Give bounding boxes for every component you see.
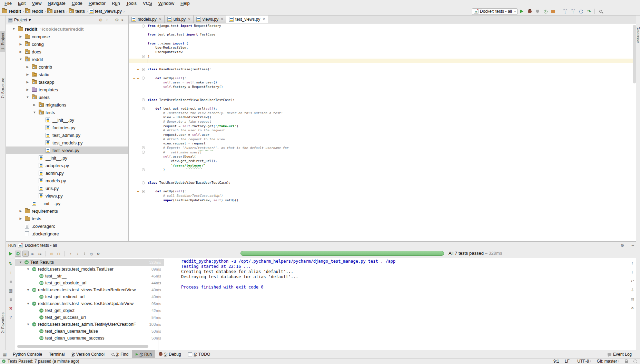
tree-item-test_admin-py[interactable]: test_admin.py: [6, 131, 128, 139]
test-marker-icon[interactable]: ↤: [137, 189, 139, 193]
tree-expanded-arrow[interactable]: ▼: [19, 58, 22, 61]
fold-icon[interactable]: −: [142, 151, 145, 154]
tree-item-migrations[interactable]: ▶migrations: [6, 101, 128, 109]
tree-expanded-arrow[interactable]: ▼: [27, 302, 30, 305]
fold-icon[interactable]: −: [142, 107, 145, 110]
tree-expanded-arrow[interactable]: ▼: [27, 288, 30, 292]
editor-scrollbar[interactable]: [633, 25, 636, 83]
test-node-reddit-users-tests-test_models-testuser[interactable]: ▼OKreddit.users.tests.test_models.TestUs…: [15, 266, 164, 273]
menu-window[interactable]: Window: [155, 0, 177, 7]
running-list-icon[interactable]: [550, 8, 557, 15]
tab-models-py[interactable]: models.py×: [129, 16, 165, 23]
tree-item-views-py[interactable]: views.py: [6, 192, 128, 200]
toolbar-event-log[interactable]: Event Log: [604, 350, 635, 358]
scroll-to-end-icon[interactable]: ⇩: [630, 287, 635, 293]
test-results-tree[interactable]: ▼OKTest Results328ms▼OKreddit.users.test…: [15, 259, 164, 344]
tree-item-users[interactable]: ▼users: [6, 93, 128, 101]
next-failed-icon[interactable]: ↓: [75, 251, 80, 257]
collapse-all-icon[interactable]: ÷: [104, 17, 110, 23]
fold-icon[interactable]: −: [142, 190, 145, 193]
fold-icon[interactable]: −: [142, 181, 145, 184]
expand-all-icon[interactable]: ⊞: [49, 251, 55, 257]
tree-item-test_models-py[interactable]: test_models.py: [6, 139, 128, 146]
stop-icon[interactable]: ■: [8, 279, 13, 284]
close-icon[interactable]: ✖: [8, 306, 13, 311]
tree-collapsed-arrow[interactable]: ▶: [33, 103, 36, 107]
tree-item-factories-py[interactable]: factories.py: [6, 124, 128, 131]
tree-collapsed-arrow[interactable]: ▶: [19, 42, 22, 46]
breadcrumb-item[interactable]: tests: [69, 9, 85, 14]
tree-collapsed-arrow[interactable]: ▶: [19, 50, 22, 53]
vcs-update-icon[interactable]: VCS↓: [561, 8, 569, 15]
collapse-all-icon[interactable]: ⊟: [56, 251, 61, 257]
test-node-test_clean_username_success[interactable]: OKtest_clean_username_success50ms: [15, 335, 164, 342]
tree-item-urls-py[interactable]: urls.py: [6, 184, 128, 192]
debug-icon[interactable]: [526, 8, 533, 15]
tree-collapsed-arrow[interactable]: ▶: [19, 209, 22, 213]
line-ending-selector[interactable]: LF↕: [565, 359, 572, 364]
sort-by-duration-icon[interactable]: ↓≡: [37, 251, 42, 257]
tree-item-__init__-py[interactable]: __init__.py: [6, 200, 128, 207]
vcs-commit-icon[interactable]: VCS↑: [569, 8, 577, 15]
pin-tab-icon[interactable]: ≡: [8, 297, 13, 302]
close-icon[interactable]: ×: [221, 17, 223, 22]
tree-item-contrib[interactable]: ▶contrib: [6, 63, 128, 71]
print-icon[interactable]: ▤: [630, 296, 635, 302]
tree-item-models-py[interactable]: models.py: [6, 177, 128, 184]
toolbar-terminal[interactable]: Terminal: [46, 350, 68, 358]
menu-edit[interactable]: Edit: [15, 0, 29, 7]
code-editor[interactable]: from django.test import RequestFactory− …: [129, 23, 636, 241]
lock-icon[interactable]: [625, 361, 628, 363]
test-marker-icon[interactable]: ↤: [137, 76, 139, 80]
rerun-failed-icon[interactable]: ↻: [8, 261, 13, 266]
clear-all-icon[interactable]: ✕: [630, 305, 635, 311]
fold-icon[interactable]: −: [142, 98, 145, 101]
tree-item--coveragerc[interactable]: .coveragerc: [6, 222, 128, 230]
down-stack-trace-icon[interactable]: ↓: [630, 269, 635, 275]
breadcrumb-item[interactable]: test_views.py: [89, 9, 122, 14]
tree-item-tests[interactable]: ▶tests: [6, 215, 128, 222]
test-node-test_clean_username_false[interactable]: OKtest_clean_username_false53ms: [15, 328, 164, 335]
toolbar-9-version-control[interactable]: 9: Version Control: [68, 350, 108, 358]
profiler-icon[interactable]: [542, 8, 549, 15]
coverage-icon[interactable]: [534, 8, 541, 15]
hide-panel-icon[interactable]: –: [630, 242, 636, 249]
rerun-tests-icon[interactable]: [8, 251, 13, 256]
fold-icon[interactable]: −: [142, 24, 145, 28]
toolbar-5-debug[interactable]: 5: Debug: [155, 350, 185, 358]
test-node-test_get_object[interactable]: OKtest_get_object42ms: [15, 307, 164, 314]
test-node-reddit-users-tests-test_views-testuserupdateview[interactable]: ▼OKreddit.users.tests.test_views.TestUse…: [15, 300, 164, 307]
tree-item-__init__-py[interactable]: __init__.py: [6, 116, 128, 124]
fold-icon[interactable]: −: [142, 168, 145, 171]
sort-alphabetically-icon[interactable]: a↓: [30, 251, 36, 257]
close-icon[interactable]: ×: [263, 17, 265, 22]
menu-navigate[interactable]: Navigate: [45, 0, 68, 7]
tree-collapsed-arrow[interactable]: ▶: [26, 88, 29, 91]
hide-icon[interactable]: ⇤: [120, 17, 126, 23]
breadcrumb-item[interactable]: reddit: [25, 9, 43, 14]
menu-vcs[interactable]: VCS: [140, 0, 155, 7]
toolbar-3-find[interactable]: 3: Find: [108, 350, 132, 358]
menu-code[interactable]: Code: [69, 0, 86, 7]
run-icon[interactable]: [518, 8, 525, 15]
tree-item-compose[interactable]: ▶compose: [6, 33, 128, 40]
tree-collapsed-arrow[interactable]: ▶: [19, 217, 22, 220]
tree-item-reddit[interactable]: ▼reddit~/cookiecutter/reddit: [6, 25, 128, 33]
tree-item-tests[interactable]: ▼tests: [6, 109, 128, 116]
history-icon[interactable]: [577, 8, 585, 15]
menu-tools[interactable]: Tools: [123, 0, 140, 7]
tree-console-divider[interactable]: [158, 258, 158, 350]
tree-expanded-arrow[interactable]: ▼: [26, 95, 29, 99]
encoding-selector[interactable]: UTF-8↕: [577, 359, 591, 364]
inspections-profile-icon[interactable]: [633, 360, 637, 363]
toolbar-python-console[interactable]: Python Console: [9, 350, 46, 358]
tree-expanded-arrow[interactable]: ▼: [33, 111, 36, 114]
tree-collapsed-arrow[interactable]: ▶: [19, 35, 22, 38]
tree-item-admin-py[interactable]: admin.py: [6, 169, 128, 177]
test-node-test_get_redirect_url[interactable]: OKtest_get_redirect_url40ms: [15, 293, 164, 300]
tab-test_views-py[interactable]: test_views.py×: [226, 16, 268, 23]
stripe-tab-1-project[interactable]: 1: Project: [0, 31, 5, 52]
import-test-results-icon[interactable]: ⤓: [82, 251, 87, 257]
menu-refactor[interactable]: Refactor: [86, 0, 109, 7]
show-ignored-icon[interactable]: ≡: [22, 251, 29, 257]
